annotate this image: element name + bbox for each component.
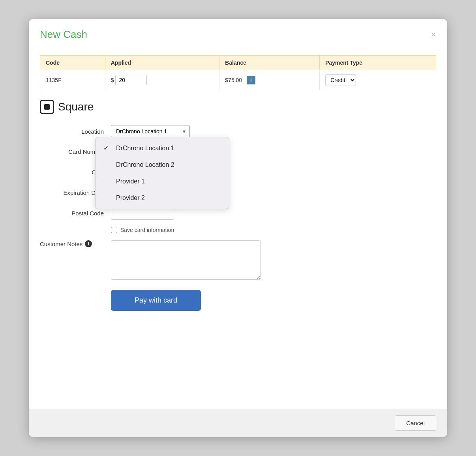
cell-code: 1135F	[40, 70, 105, 90]
check-provider1	[103, 178, 111, 185]
location-select-display[interactable]: DrChrono Location 1	[111, 125, 190, 138]
col-header-payment-type: Payment Type	[320, 56, 436, 70]
square-logo: Square	[40, 100, 436, 114]
save-card-label: Save card information	[120, 227, 174, 233]
dropdown-item-location2[interactable]: DrChrono Location 2	[96, 157, 229, 173]
payment-table: Code Applied Balance Payment Type 1135F …	[40, 55, 436, 90]
col-header-applied: Applied	[105, 56, 219, 70]
modal-body: Code Applied Balance Payment Type 1135F …	[29, 47, 447, 409]
pay-button-wrapper: Pay with card	[40, 287, 436, 315]
payment-form: Location DrChrono Location 1 ✓ DrChrono …	[40, 125, 436, 315]
dropdown-item-provider2[interactable]: Provider 2	[96, 190, 229, 206]
notes-info-icon: i	[85, 240, 92, 247]
check-provider2	[103, 194, 111, 202]
close-button[interactable]: ×	[431, 30, 436, 39]
square-inner-box	[44, 104, 50, 110]
location-selected-value: DrChrono Location 1	[116, 128, 167, 135]
payment-type-select[interactable]: Credit Cash Check Other	[325, 74, 356, 86]
postal-code-label: Postal Code	[40, 210, 111, 217]
modal-header: New Cash ×	[29, 19, 447, 47]
save-card-row: Save card information	[111, 227, 436, 233]
modal-title: New Cash	[40, 28, 87, 41]
customer-notes-label: Customer Notes i	[40, 240, 111, 247]
applied-input[interactable]	[115, 75, 147, 85]
dropdown-item-provider1[interactable]: Provider 1	[96, 173, 229, 190]
table-row: 1135F $ $75.00 I Credit C	[40, 70, 436, 90]
dropdown-label-location2: DrChrono Location 2	[116, 161, 174, 168]
cell-payment-type: Credit Cash Check Other	[320, 70, 436, 90]
location-row: Location DrChrono Location 1 ✓ DrChrono …	[40, 125, 436, 138]
dropdown-label-provider2: Provider 2	[116, 194, 145, 202]
col-header-balance: Balance	[219, 56, 320, 70]
location-dropdown: ✓ DrChrono Location 1 DrChrono Location …	[95, 137, 229, 209]
modal-footer: Cancel	[29, 409, 447, 437]
cell-balance: $75.00 I	[219, 70, 320, 90]
save-card-checkbox[interactable]	[111, 227, 117, 233]
pay-with-card-button[interactable]: Pay with card	[111, 290, 201, 311]
dropdown-label-provider1: Provider 1	[116, 178, 145, 185]
balance-info-button[interactable]: I	[247, 76, 255, 84]
customer-notes-row: Customer Notes i	[40, 240, 436, 280]
applied-prefix: $	[111, 77, 114, 83]
dropdown-label-location1: DrChrono Location 1	[116, 145, 174, 152]
location-label: Location	[40, 128, 111, 135]
modal-container: New Cash × Code Applied Balance Payment …	[29, 19, 447, 437]
cell-applied: $	[105, 70, 219, 90]
cancel-button[interactable]: Cancel	[395, 415, 436, 431]
col-header-code: Code	[40, 56, 105, 70]
square-icon	[40, 100, 54, 114]
customer-notes-textarea[interactable]	[111, 240, 261, 280]
location-field-wrapper: DrChrono Location 1 ✓ DrChrono Location …	[111, 125, 190, 138]
balance-value: $75.00	[225, 77, 242, 83]
dropdown-item-location1[interactable]: ✓ DrChrono Location 1	[96, 140, 229, 157]
check-location2	[103, 161, 111, 168]
check-location1: ✓	[103, 144, 111, 152]
square-text: Square	[58, 101, 94, 113]
